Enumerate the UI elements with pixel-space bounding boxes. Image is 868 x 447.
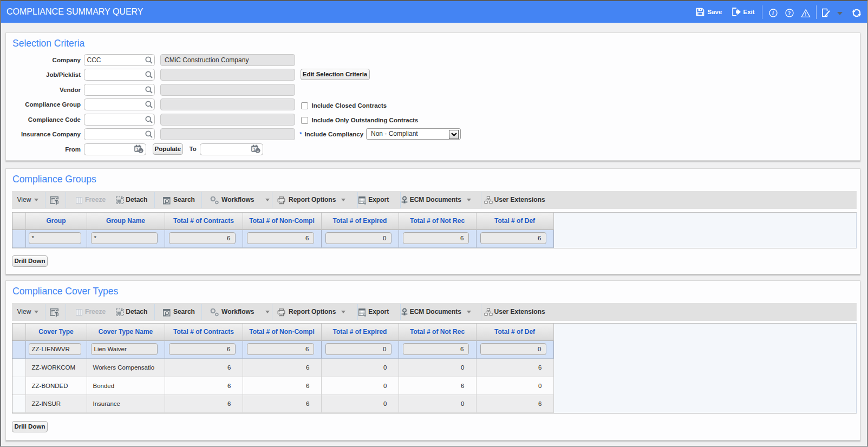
svg-text:i: i bbox=[772, 10, 774, 16]
svg-text:1: 1 bbox=[253, 147, 256, 152]
svg-text:1: 1 bbox=[136, 147, 139, 152]
svg-text:?: ? bbox=[788, 10, 791, 16]
